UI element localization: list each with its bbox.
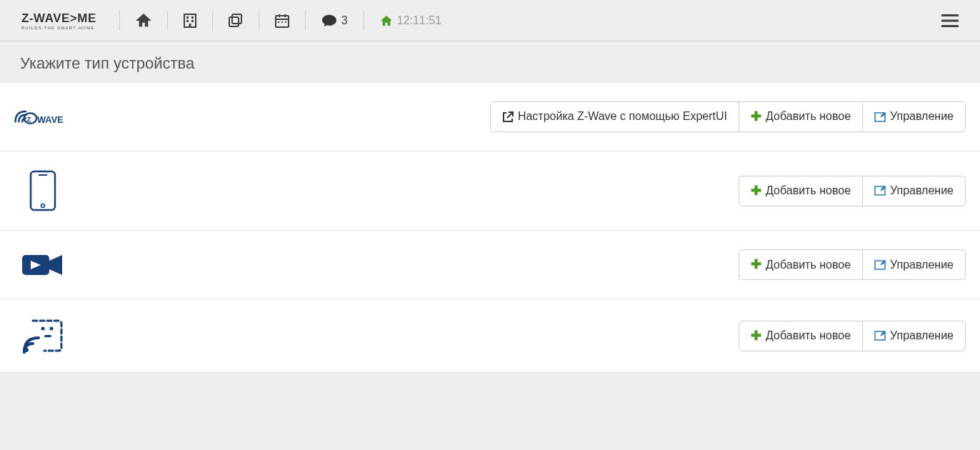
svg-rect-4 (191, 20, 194, 22)
svg-point-28 (24, 348, 29, 352)
elements-icon[interactable] (229, 14, 243, 28)
svg-rect-7 (232, 14, 241, 24)
expert-ui-button[interactable]: Настройка Z-Wave с помощью ExpertUI (490, 101, 739, 132)
page-title: Укажите тип устройства (0, 41, 980, 83)
edit-icon (874, 330, 886, 341)
svg-text:WAVE: WAVE (37, 114, 64, 125)
device-row-camera: ✚ Добавить новое Управление (0, 231, 980, 299)
zwave-logo-icon: Z WAVE (14, 104, 71, 130)
camera-icon (14, 251, 71, 279)
camera-actions: ✚ Добавить новое Управление (739, 249, 966, 280)
menu-icon[interactable] (941, 14, 959, 28)
svg-rect-3 (186, 20, 189, 22)
external-link-icon (502, 111, 514, 123)
add-label: Добавить новое (766, 183, 851, 199)
cast-device-icon (14, 318, 71, 354)
clock-nav: 12:11:51 (380, 14, 441, 27)
manage-label: Управление (890, 183, 954, 199)
rooms-icon[interactable] (184, 14, 196, 28)
add-button[interactable]: ✚ Добавить новое (739, 101, 863, 132)
edit-icon (874, 259, 886, 271)
comment-icon (321, 14, 337, 28)
house-small-icon (380, 15, 393, 26)
divider (119, 11, 120, 31)
manage-button[interactable]: Управление (862, 101, 966, 132)
logo-main-text: Z-WAVE>ME (21, 11, 96, 26)
plus-icon: ✚ (751, 182, 761, 200)
home-icon[interactable] (136, 14, 151, 28)
add-label: Добавить новое (766, 328, 851, 344)
events-count: 3 (341, 14, 348, 27)
svg-rect-12 (278, 21, 279, 23)
expert-ui-label: Настройка Z-Wave с помощью ExpertUI (518, 109, 727, 124)
mobile-actions: ✚ Добавить новое Управление (739, 176, 966, 206)
svg-rect-13 (281, 21, 283, 23)
schedule-icon[interactable] (275, 14, 289, 28)
manage-label: Управление (890, 328, 954, 344)
svg-rect-15 (941, 14, 959, 16)
plus-icon: ✚ (751, 108, 761, 126)
device-row-zwave: Z WAVE Настройка Z-Wave с помощью Expert… (0, 83, 980, 151)
svg-text:Z: Z (27, 114, 31, 122)
clock-time: 12:11:51 (397, 14, 441, 27)
svg-rect-1 (186, 16, 189, 19)
divider (212, 11, 213, 31)
brand-logo[interactable]: Z-WAVE>ME BUILDS THE SMART HOME (21, 11, 96, 30)
add-button[interactable]: ✚ Добавить новое (739, 176, 863, 206)
svg-rect-6 (229, 17, 239, 26)
edit-icon (874, 185, 886, 196)
phone-icon (14, 170, 71, 211)
divider (364, 11, 364, 31)
svg-rect-27 (44, 335, 51, 337)
add-label: Добавить новое (766, 257, 851, 273)
divider (167, 11, 168, 31)
manage-button[interactable]: Управление (862, 249, 966, 280)
svg-rect-14 (285, 21, 286, 23)
manage-label: Управление (890, 109, 954, 124)
logo-sub-text: BUILDS THE SMART HOME (21, 26, 95, 30)
other-actions: ✚ Добавить новое Управление (739, 321, 966, 351)
svg-point-23 (41, 204, 45, 208)
topbar: Z-WAVE>ME BUILDS THE SMART HOME 3 12:11:… (0, 0, 980, 41)
svg-rect-5 (189, 24, 191, 27)
add-button[interactable]: ✚ Добавить новое (739, 249, 863, 280)
edit-icon (874, 111, 886, 123)
add-label: Добавить новое (766, 109, 851, 124)
svg-point-26 (50, 327, 54, 331)
divider (259, 11, 259, 31)
divider (305, 11, 306, 31)
manage-button[interactable]: Управление (862, 321, 966, 351)
plus-icon: ✚ (751, 256, 761, 274)
svg-point-25 (41, 327, 45, 331)
device-row-other: ✚ Добавить новое Управление (0, 299, 980, 373)
svg-rect-17 (941, 25, 959, 27)
svg-rect-16 (941, 19, 959, 21)
events-nav[interactable]: 3 (321, 14, 348, 28)
device-type-list: Z WAVE Настройка Z-Wave с помощью Expert… (0, 83, 980, 373)
manage-label: Управление (890, 257, 954, 273)
zwave-actions: Настройка Z-Wave с помощью ExpertUI ✚ До… (491, 101, 966, 132)
add-button[interactable]: ✚ Добавить новое (739, 321, 863, 351)
manage-button[interactable]: Управление (862, 176, 966, 206)
svg-rect-2 (191, 16, 194, 19)
device-row-mobile: ✚ Добавить новое Управление (0, 151, 980, 231)
plus-icon: ✚ (751, 327, 761, 345)
